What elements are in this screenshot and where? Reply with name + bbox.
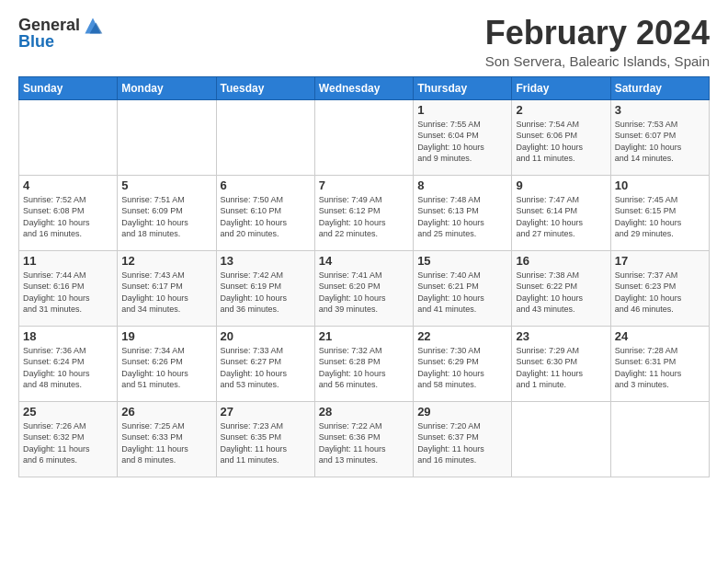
day-detail: Sunrise: 7:23 AM Sunset: 6:35 PM Dayligh…: [221, 421, 288, 465]
day-cell: 25Sunrise: 7:26 AM Sunset: 6:32 PM Dayli…: [19, 401, 118, 477]
day-cell: 21Sunrise: 7:32 AM Sunset: 6:28 PM Dayli…: [314, 326, 413, 401]
day-cell: 7Sunrise: 7:49 AM Sunset: 6:12 PM Daylig…: [314, 175, 413, 250]
col-tuesday: Tuesday: [216, 76, 314, 99]
day-detail: Sunrise: 7:36 AM Sunset: 6:24 PM Dayligh…: [23, 346, 90, 390]
calendar-title: February 2024: [485, 15, 710, 52]
day-cell: [314, 99, 413, 175]
day-number: 16: [516, 254, 606, 268]
day-cell: 12Sunrise: 7:43 AM Sunset: 6:17 PM Dayli…: [118, 250, 216, 326]
day-detail: Sunrise: 7:44 AM Sunset: 6:16 PM Dayligh…: [23, 270, 90, 315]
week-row-2: 11Sunrise: 7:44 AM Sunset: 6:16 PM Dayli…: [19, 250, 710, 326]
day-number: 28: [319, 405, 409, 419]
col-sunday: Sunday: [19, 76, 118, 99]
day-cell: [610, 401, 709, 477]
day-cell: 1Sunrise: 7:55 AM Sunset: 6:04 PM Daylig…: [414, 99, 512, 175]
day-cell: 2Sunrise: 7:54 AM Sunset: 6:06 PM Daylig…: [512, 99, 610, 175]
day-number: 10: [615, 178, 705, 192]
day-detail: Sunrise: 7:41 AM Sunset: 6:20 PM Dayligh…: [319, 270, 386, 315]
day-detail: Sunrise: 7:54 AM Sunset: 6:06 PM Dayligh…: [516, 120, 583, 164]
day-number: 19: [121, 329, 211, 343]
day-number: 2: [516, 103, 606, 117]
day-detail: Sunrise: 7:34 AM Sunset: 6:26 PM Dayligh…: [121, 346, 188, 390]
day-cell: 26Sunrise: 7:25 AM Sunset: 6:33 PM Dayli…: [118, 401, 216, 477]
day-cell: 13Sunrise: 7:42 AM Sunset: 6:19 PM Dayli…: [216, 250, 314, 326]
day-cell: 18Sunrise: 7:36 AM Sunset: 6:24 PM Dayli…: [19, 326, 118, 401]
day-cell: 28Sunrise: 7:22 AM Sunset: 6:36 PM Dayli…: [314, 401, 413, 477]
day-number: 7: [319, 178, 409, 192]
day-cell: 19Sunrise: 7:34 AM Sunset: 6:26 PM Dayli…: [118, 326, 216, 401]
day-number: 11: [23, 254, 113, 268]
day-cell: 8Sunrise: 7:48 AM Sunset: 6:13 PM Daylig…: [414, 175, 512, 250]
day-cell: [512, 401, 610, 477]
logo-blue: Blue: [18, 33, 54, 52]
day-detail: Sunrise: 7:26 AM Sunset: 6:32 PM Dayligh…: [23, 421, 90, 465]
day-number: 29: [417, 405, 507, 419]
day-detail: Sunrise: 7:42 AM Sunset: 6:19 PM Dayligh…: [221, 270, 288, 315]
day-number: 6: [221, 178, 311, 192]
day-cell: 14Sunrise: 7:41 AM Sunset: 6:20 PM Dayli…: [314, 250, 413, 326]
day-number: 8: [417, 178, 507, 192]
header: General Blue February 2024 Son Servera, …: [18, 15, 710, 69]
col-saturday: Saturday: [610, 76, 709, 99]
day-number: 27: [221, 405, 311, 419]
day-number: 5: [121, 178, 211, 192]
header-row: Sunday Monday Tuesday Wednesday Thursday…: [19, 76, 710, 99]
day-number: 26: [121, 405, 211, 419]
week-row-1: 4Sunrise: 7:52 AM Sunset: 6:08 PM Daylig…: [19, 175, 710, 250]
day-number: 4: [23, 178, 113, 192]
day-detail: Sunrise: 7:53 AM Sunset: 6:07 PM Dayligh…: [615, 120, 682, 164]
day-detail: Sunrise: 7:25 AM Sunset: 6:33 PM Dayligh…: [121, 421, 188, 465]
day-detail: Sunrise: 7:38 AM Sunset: 6:22 PM Dayligh…: [516, 270, 583, 315]
col-monday: Monday: [118, 76, 216, 99]
col-friday: Friday: [512, 76, 610, 99]
day-detail: Sunrise: 7:47 AM Sunset: 6:14 PM Dayligh…: [516, 195, 583, 239]
day-number: 1: [417, 103, 507, 117]
day-cell: 27Sunrise: 7:23 AM Sunset: 6:35 PM Dayli…: [216, 401, 314, 477]
day-detail: Sunrise: 7:48 AM Sunset: 6:13 PM Dayligh…: [417, 195, 484, 239]
day-number: 24: [615, 329, 705, 343]
day-cell: 20Sunrise: 7:33 AM Sunset: 6:27 PM Dayli…: [216, 326, 314, 401]
day-detail: Sunrise: 7:28 AM Sunset: 6:31 PM Dayligh…: [615, 346, 682, 390]
col-thursday: Thursday: [414, 76, 512, 99]
day-cell: 5Sunrise: 7:51 AM Sunset: 6:09 PM Daylig…: [118, 175, 216, 250]
day-detail: Sunrise: 7:45 AM Sunset: 6:15 PM Dayligh…: [615, 195, 682, 239]
day-number: 21: [319, 329, 409, 343]
title-block: February 2024 Son Servera, Balearic Isla…: [485, 15, 710, 69]
day-cell: 17Sunrise: 7:37 AM Sunset: 6:23 PM Dayli…: [610, 250, 709, 326]
day-number: 18: [23, 329, 113, 343]
day-cell: 29Sunrise: 7:20 AM Sunset: 6:37 PM Dayli…: [414, 401, 512, 477]
day-cell: 15Sunrise: 7:40 AM Sunset: 6:21 PM Dayli…: [414, 250, 512, 326]
day-detail: Sunrise: 7:43 AM Sunset: 6:17 PM Dayligh…: [121, 270, 188, 315]
day-cell: 11Sunrise: 7:44 AM Sunset: 6:16 PM Dayli…: [19, 250, 118, 326]
day-number: 22: [417, 329, 507, 343]
calendar-table: Sunday Monday Tuesday Wednesday Thursday…: [18, 76, 710, 477]
day-cell: 6Sunrise: 7:50 AM Sunset: 6:10 PM Daylig…: [216, 175, 314, 250]
day-detail: Sunrise: 7:40 AM Sunset: 6:21 PM Dayligh…: [417, 270, 484, 315]
day-cell: 24Sunrise: 7:28 AM Sunset: 6:31 PM Dayli…: [610, 326, 709, 401]
day-detail: Sunrise: 7:32 AM Sunset: 6:28 PM Dayligh…: [319, 346, 386, 390]
week-row-4: 25Sunrise: 7:26 AM Sunset: 6:32 PM Dayli…: [19, 401, 710, 477]
day-number: 17: [615, 254, 705, 268]
page: General Blue February 2024 Son Servera, …: [0, 0, 728, 487]
week-row-3: 18Sunrise: 7:36 AM Sunset: 6:24 PM Dayli…: [19, 326, 710, 401]
day-detail: Sunrise: 7:50 AM Sunset: 6:10 PM Dayligh…: [221, 195, 288, 239]
day-number: 20: [221, 329, 311, 343]
day-number: 15: [417, 254, 507, 268]
day-cell: 22Sunrise: 7:30 AM Sunset: 6:29 PM Dayli…: [414, 326, 512, 401]
logo: General Blue: [18, 15, 104, 52]
day-detail: Sunrise: 7:37 AM Sunset: 6:23 PM Dayligh…: [615, 270, 682, 315]
day-detail: Sunrise: 7:29 AM Sunset: 6:30 PM Dayligh…: [516, 346, 583, 390]
day-number: 23: [516, 329, 606, 343]
day-cell: 4Sunrise: 7:52 AM Sunset: 6:08 PM Daylig…: [19, 175, 118, 250]
day-cell: 23Sunrise: 7:29 AM Sunset: 6:30 PM Dayli…: [512, 326, 610, 401]
day-detail: Sunrise: 7:55 AM Sunset: 6:04 PM Dayligh…: [417, 120, 484, 164]
day-cell: [118, 99, 216, 175]
day-cell: [19, 99, 118, 175]
day-number: 14: [319, 254, 409, 268]
day-detail: Sunrise: 7:33 AM Sunset: 6:27 PM Dayligh…: [221, 346, 288, 390]
day-cell: 10Sunrise: 7:45 AM Sunset: 6:15 PM Dayli…: [610, 175, 709, 250]
day-number: 25: [23, 405, 113, 419]
calendar-subtitle: Son Servera, Balearic Islands, Spain: [485, 53, 710, 69]
day-detail: Sunrise: 7:52 AM Sunset: 6:08 PM Dayligh…: [23, 195, 90, 239]
day-detail: Sunrise: 7:49 AM Sunset: 6:12 PM Dayligh…: [319, 195, 386, 239]
